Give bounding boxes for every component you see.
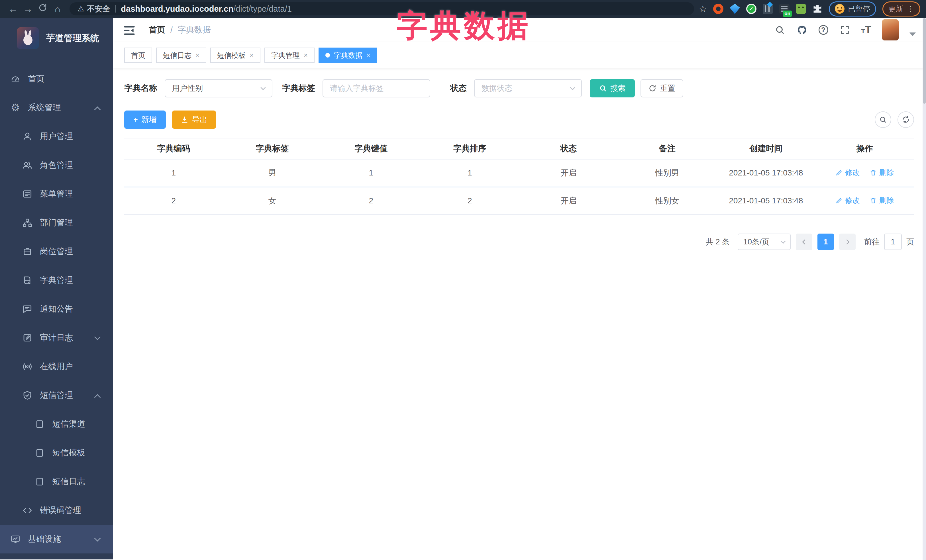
sidebar-item-user-mgmt[interactable]: 用户管理 <box>0 122 113 151</box>
address-bar[interactable]: ⚠ 不安全 dashboard.yudao.iocoder.cn /dict/t… <box>70 2 694 15</box>
close-icon[interactable]: × <box>366 51 371 59</box>
reload-icon[interactable] <box>35 3 50 15</box>
close-icon[interactable]: × <box>195 51 200 59</box>
insecure-warning-icon: ⚠ <box>77 5 84 14</box>
sidebar-item-online-users[interactable]: 在线用户 <box>0 352 113 381</box>
tab-dict-mgmt[interactable]: 字典管理 × <box>265 48 315 63</box>
app-logo-rabbit <box>17 27 39 49</box>
extension-proxy-icon[interactable]: on <box>779 4 790 14</box>
dict-tag-input[interactable]: 请输入字典标签 <box>322 79 430 97</box>
edit-button[interactable]: 修改 <box>835 168 860 178</box>
pagination: 共 2 条 10条/页 1 前往 1 页 <box>124 234 914 250</box>
sidebar-item-post-mgmt[interactable]: 岗位管理 <box>0 237 113 266</box>
document-icon <box>34 447 45 459</box>
add-button[interactable]: + 新增 <box>124 110 166 129</box>
browser-extensions-area: ☆ ✓ on 已暂停 更新 ⋮ <box>699 2 920 17</box>
sidebar-item-notice[interactable]: 通知公告 <box>0 294 113 323</box>
avatar-caret-icon[interactable] <box>909 32 916 36</box>
user-icon <box>22 131 33 142</box>
sidebar-item-role-mgmt[interactable]: 角色管理 <box>0 151 113 180</box>
chevron-down-icon <box>94 535 101 542</box>
page-number-1[interactable]: 1 <box>817 234 834 250</box>
sidebar-item-audit-log[interactable]: 审计日志 <box>0 323 113 352</box>
page-size-select[interactable]: 10条/页 <box>738 234 791 250</box>
sidebar-collapse-icon[interactable] <box>123 24 136 36</box>
security-label: 不安全 <box>87 4 110 14</box>
gear-icon: ⚙ <box>10 102 21 113</box>
avatar[interactable] <box>882 20 899 41</box>
sidebar-item-errcode-mgmt[interactable]: 错误码管理 <box>0 496 113 525</box>
chevron-down-icon <box>570 85 575 90</box>
paused-label: 已暂停 <box>848 4 870 14</box>
shield-check-icon <box>22 389 33 401</box>
tab-dict-data[interactable]: 字典数据 × <box>319 48 377 63</box>
document-icon <box>34 418 45 430</box>
profile-paused-pill[interactable]: 已暂停 <box>829 2 876 17</box>
kebab-menu-icon[interactable]: ⋮ <box>906 5 914 14</box>
extension-orange-icon[interactable] <box>713 4 723 14</box>
plus-icon: + <box>133 115 138 124</box>
sidebar-item-dept-mgmt[interactable]: 部门管理 <box>0 208 113 237</box>
refresh-button[interactable] <box>897 112 914 128</box>
font-size-icon[interactable]: TT <box>861 24 871 36</box>
export-button[interactable]: 导出 <box>172 110 216 129</box>
table-row[interactable]: 2 女 2 2 开启 性别女 2021-01-05 17:03:48 修改 <box>124 187 914 214</box>
users-icon <box>22 160 33 171</box>
extensions-puzzle-icon[interactable] <box>812 4 823 14</box>
dict-name-select[interactable]: 用户性别 <box>165 79 272 97</box>
sidebar-menu: 首页 ⚙ 系统管理 用户管理 角色管理 <box>0 64 113 554</box>
help-icon[interactable]: ? <box>819 25 828 35</box>
dict-name-label: 字典名称 <box>124 83 157 94</box>
code-icon <box>22 505 33 516</box>
extension-slider-icon[interactable] <box>763 4 773 14</box>
tab-sms-template[interactable]: 短信模板 × <box>210 48 260 63</box>
overlay-annotation-title: 字典数据 <box>396 5 531 47</box>
search-button[interactable]: 搜索 <box>590 79 635 97</box>
sidebar-item-sms-log[interactable]: 短信日志 <box>0 467 113 496</box>
update-label: 更新 <box>888 4 903 14</box>
extension-robot-icon[interactable] <box>796 4 806 14</box>
forward-icon[interactable]: → <box>21 3 35 15</box>
fullscreen-icon[interactable] <box>839 24 850 36</box>
next-page-button[interactable] <box>839 234 856 250</box>
tab-home[interactable]: 首页 <box>124 48 152 63</box>
sidebar-item-sms-template[interactable]: 短信模板 <box>0 438 113 467</box>
post-badge-icon <box>22 246 33 257</box>
github-icon[interactable] <box>796 24 808 36</box>
goto-page-input[interactable]: 1 <box>884 234 902 250</box>
prev-page-button[interactable] <box>796 234 812 250</box>
edit-pencil-icon <box>835 169 843 176</box>
sidebar-item-infrastructure[interactable]: 基础设施 <box>0 525 113 554</box>
sidebar-item-sms-mgmt[interactable]: 短信管理 <box>0 381 113 410</box>
edit-button[interactable]: 修改 <box>835 195 860 205</box>
browser-update-button[interactable]: 更新 ⋮ <box>882 2 920 17</box>
sidebar-logo-row[interactable]: 芋道管理系统 <box>0 18 113 52</box>
back-icon[interactable]: ← <box>6 3 21 15</box>
sidebar-item-menu-mgmt[interactable]: 菜单管理 <box>0 180 113 208</box>
pagination-jumper: 前往 1 页 <box>864 234 914 250</box>
sidebar: 芋道管理系统 首页 ⚙ 系统管理 <box>0 18 113 559</box>
reset-button[interactable]: 重置 <box>640 79 683 97</box>
close-icon[interactable]: × <box>250 51 254 59</box>
tab-sms-log[interactable]: 短信日志 × <box>156 48 206 63</box>
home-icon[interactable]: ⌂ <box>50 3 65 15</box>
table-row[interactable]: 1 男 1 1 开启 性别男 2021-01-05 17:03:48 修改 <box>124 159 914 187</box>
close-icon[interactable]: × <box>304 51 308 59</box>
chevron-down-icon <box>94 334 101 340</box>
window-scrollbar[interactable] <box>923 18 926 560</box>
breadcrumb-home[interactable]: 首页 <box>149 24 165 36</box>
extension-gem-icon[interactable] <box>730 4 740 14</box>
sidebar-item-home[interactable]: 首页 <box>0 64 113 93</box>
extension-check-icon[interactable]: ✓ <box>746 4 757 14</box>
status-select[interactable]: 数据状态 <box>474 79 582 97</box>
search-icon[interactable] <box>774 24 785 36</box>
toggle-search-button[interactable] <box>875 112 891 128</box>
bookmark-star-icon[interactable]: ☆ <box>699 3 707 14</box>
delete-button[interactable]: 删除 <box>870 168 894 178</box>
goto-label: 前往 <box>864 237 879 247</box>
sidebar-item-dict-mgmt[interactable]: 字典管理 <box>0 266 113 294</box>
delete-button[interactable]: 删除 <box>870 195 894 205</box>
sidebar-item-system-mgmt[interactable]: ⚙ 系统管理 <box>0 93 113 122</box>
scrollbar-thumb[interactable] <box>923 18 926 104</box>
sidebar-item-sms-channel[interactable]: 短信渠道 <box>0 410 113 438</box>
